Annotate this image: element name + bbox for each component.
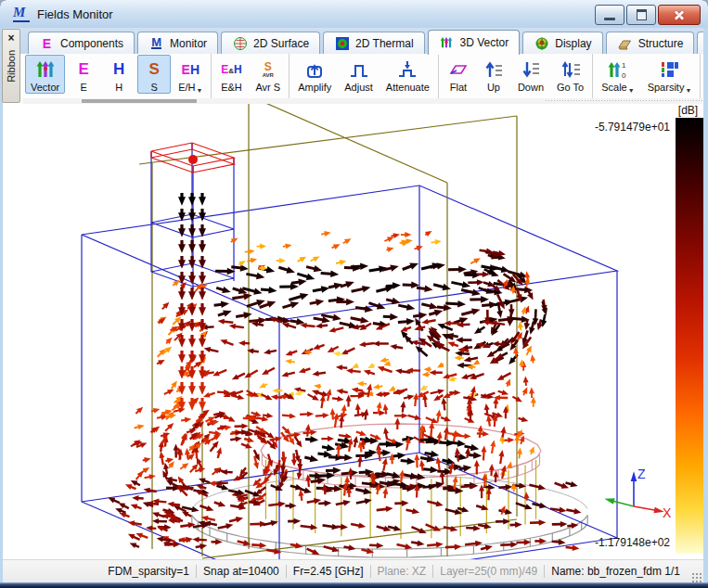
fields-monitor-window: M Fields Monitor EComponentsMMonitor2D S… — [0, 0, 708, 588]
status-segment: Fr=2.45 [GHz] — [286, 565, 370, 578]
toolbar-h-button[interactable]: HH — [102, 55, 135, 94]
tab-2d-thermal[interactable]: 2D Thermal — [323, 32, 424, 54]
toolbar-group: E&HE&HSAVRAvr S — [212, 54, 290, 98]
colorbar — [676, 118, 703, 554]
status-bar: FDM_sparsity=1Snap at=10400Fr=2.45 [GHz]… — [3, 559, 703, 582]
vector-icon — [34, 57, 57, 82]
minimize-button[interactable] — [595, 5, 624, 25]
down-icon — [520, 57, 542, 82]
toolbar-button-label: Go To — [557, 82, 584, 93]
toolbar-up-button[interactable]: Up — [477, 55, 510, 94]
app-logo-icon: M — [13, 6, 30, 22]
toolbar-button-label: Scale▼ — [601, 82, 634, 93]
vector3d-icon — [439, 35, 455, 50]
dropdown-caret-icon[interactable]: ▼ — [197, 87, 203, 94]
s-icon: S — [143, 57, 165, 82]
tab-label: Structure — [638, 37, 684, 50]
toolbar-button-label: Up — [487, 82, 500, 93]
vector-field-viewport[interactable]: ZX [dB] -5.791479e+01 -1.179148e+02 — [3, 104, 703, 559]
components-icon: E — [39, 36, 55, 51]
toolbar-flat-button[interactable]: Flat — [442, 55, 475, 94]
window-title: Fields Monitor — [37, 7, 113, 21]
eandh-icon: E&H — [220, 57, 242, 82]
tab-structure[interactable]: Structure — [606, 32, 695, 54]
title-bar[interactable]: M Fields Monitor — [0, 0, 708, 28]
toolbar-group: FlatUpDownGo To — [439, 54, 593, 98]
toolbar-adjust-button[interactable]: Adjust — [339, 55, 379, 94]
dropdown-caret-icon[interactable]: ▼ — [685, 87, 691, 94]
toolbar-group: 10Scale▼Sparsity▼ — [593, 54, 701, 98]
avrs-icon: SAVR — [257, 57, 279, 82]
toolbar-button-label: Attenuate — [386, 82, 430, 93]
status-segment: FDM_sparsity=1 — [101, 565, 196, 578]
tab-display[interactable]: Display — [522, 32, 602, 54]
amplify-icon — [303, 57, 326, 82]
toolbar-button-label: E&H — [221, 82, 242, 93]
toolbar-e-h-button[interactable]: EHE/H▼ — [173, 55, 208, 94]
toolbar-amplify-button[interactable]: Amplify — [292, 55, 337, 94]
ribbon-tabs: EComponentsMMonitor2D Surface2D Thermal3… — [28, 29, 702, 54]
ribbon-side-strip: × Ribbon — [2, 29, 20, 103]
toolbar-group: VectorEEHHSSEHE/H▼ — [22, 54, 212, 98]
close-button[interactable] — [658, 5, 701, 25]
toolbar-scale-button[interactable]: 10Scale▼ — [596, 55, 639, 94]
toolbar-down-button[interactable]: Down — [512, 55, 549, 94]
adjust-icon — [348, 57, 370, 82]
toolbar-button-label: Avr S — [255, 82, 280, 93]
window-frame-bottom — [0, 582, 708, 588]
scale-icon: 10 — [607, 57, 629, 82]
ribbon-scroll-hatch — [545, 99, 702, 103]
window-controls — [595, 5, 701, 25]
maximize-icon — [637, 9, 647, 20]
colorbar-unit-label: [dB] — [673, 104, 703, 117]
tab-label: Display — [555, 37, 591, 50]
toolbar-button-label: H — [115, 82, 122, 93]
window-frame-right — [703, 28, 708, 588]
tab-components[interactable]: EComponents — [28, 32, 135, 54]
tab-label: 2D Thermal — [355, 37, 413, 50]
thermal-icon — [334, 36, 350, 51]
toolbar-button-label: E/H▼ — [178, 82, 202, 93]
maximize-button[interactable] — [626, 5, 656, 25]
scene-svg[interactable]: ZX — [3, 104, 703, 559]
flat-icon — [447, 57, 470, 82]
toolbar-sparsity-button[interactable]: Sparsity▼ — [642, 55, 698, 94]
dropdown-caret-icon[interactable]: ▼ — [628, 87, 635, 94]
tab-3d-vector[interactable]: 3D Vector — [428, 30, 521, 55]
goto-icon — [560, 57, 582, 82]
sparsity-icon — [659, 57, 681, 82]
toolbar-s-button[interactable]: SS — [137, 55, 171, 94]
toolbar-avr-s-button[interactable]: SAVRAvr S — [250, 55, 286, 94]
eh-icon: EH — [179, 57, 201, 82]
window-frame-left — [0, 28, 3, 588]
toolbar-button-label: Flat — [450, 82, 467, 93]
ribbon-scroll-thumb[interactable] — [82, 99, 197, 103]
toolbar-go-to-button[interactable]: Go To — [551, 55, 589, 94]
toolbar-vector-button[interactable]: Vector — [25, 55, 65, 94]
svg-text:1: 1 — [622, 61, 626, 70]
toolbar-group: AmplifyAdjustAttenuate — [290, 54, 439, 98]
ribbon-strip-label: Ribbon — [6, 50, 17, 83]
toolbar-button-label: Adjust — [344, 82, 373, 93]
attenuate-icon — [396, 57, 418, 82]
axis-z-label: Z — [637, 467, 646, 481]
surface-icon — [232, 36, 248, 51]
ribbon-close-button[interactable]: × — [7, 30, 14, 46]
up-icon — [483, 57, 505, 82]
e-icon: E — [72, 57, 95, 82]
toolbar-attenuate-button[interactable]: Attenuate — [380, 55, 435, 94]
toolbar-button-label: Down — [518, 82, 544, 93]
toolbar-e-button[interactable]: EE — [67, 55, 100, 94]
axis-x-label: X — [663, 505, 672, 520]
toolbar-e-h-button[interactable]: E&HE&H — [214, 55, 248, 94]
status-segment: Layer=25(0 mm)/49 — [432, 565, 544, 578]
display-icon — [534, 36, 549, 51]
tab-2d-surface[interactable]: 2D Surface — [221, 32, 320, 54]
resize-grip[interactable] — [690, 571, 702, 582]
svg-text:0: 0 — [622, 71, 626, 80]
h-icon: H — [108, 57, 130, 82]
toolbar-button-label: Sparsity▼ — [648, 82, 692, 93]
tab-label: 3D Vector — [460, 36, 509, 49]
tab-monitor[interactable]: MMonitor — [137, 32, 218, 54]
toolbar-button-label: E — [81, 82, 87, 93]
